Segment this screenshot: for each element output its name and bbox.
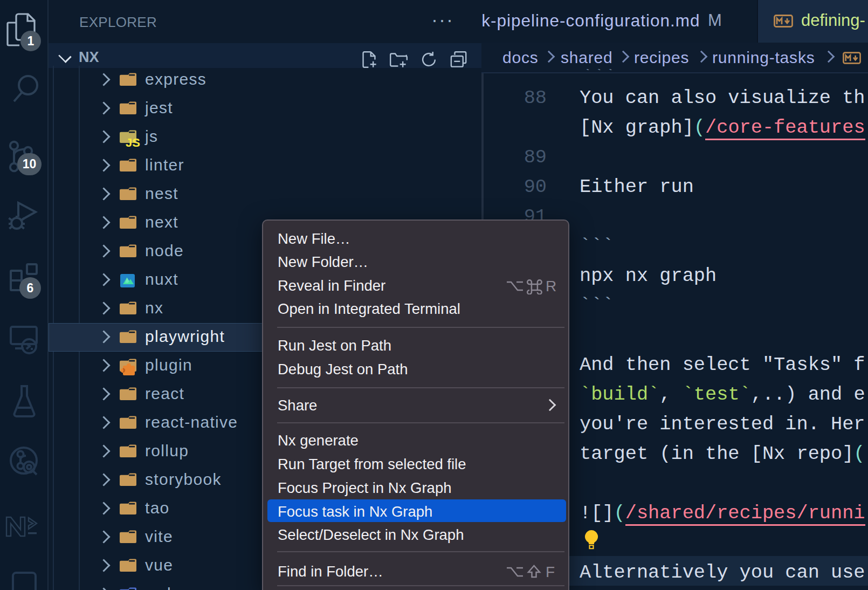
svg-text:F: F: [546, 564, 555, 580]
svg-text:R: R: [546, 278, 556, 294]
svg-text:JS: JS: [126, 136, 140, 149]
